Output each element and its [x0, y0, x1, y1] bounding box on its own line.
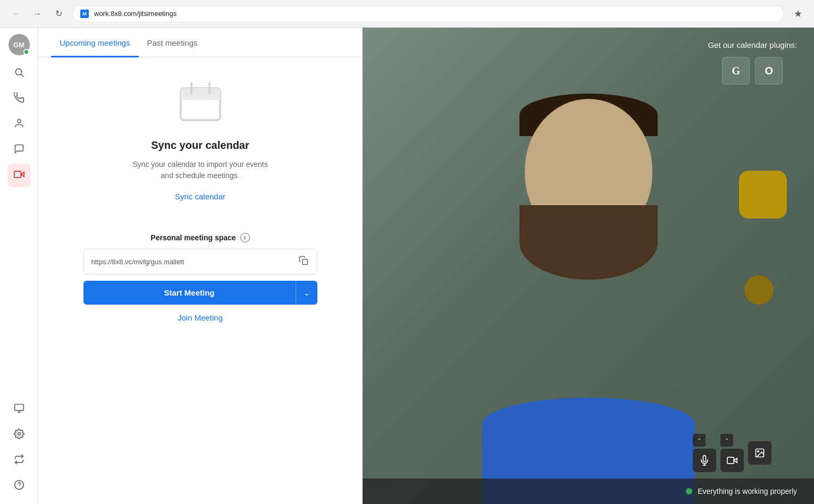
sidebar-item-settings[interactable]: [7, 423, 31, 447]
url-text: work.8x8.com/jitsimeetings: [94, 10, 177, 18]
office-icon: O: [765, 65, 773, 77]
start-meeting-button[interactable]: Start Meeting: [83, 281, 296, 305]
join-meeting-link[interactable]: Join Meeting: [83, 313, 317, 322]
svg-point-0: [15, 69, 22, 75]
status-bar: Everything is working properly: [363, 478, 814, 504]
sidebar: GM: [0, 28, 38, 504]
svg-line-1: [21, 74, 23, 77]
calendar-plugins-section: Get our calendar plugins: G O: [708, 40, 797, 85]
tabs-bar: Upcoming meetings Past meetings: [38, 28, 362, 57]
app-container: GM: [0, 28, 814, 504]
video-panel: Get our calendar plugins: G O ⌃ ⌃: [363, 28, 814, 504]
presence-badge: [23, 49, 29, 55]
background-button[interactable]: [748, 441, 771, 465]
deco-shape-1: [739, 171, 787, 219]
sidebar-item-swap[interactable]: [7, 449, 31, 472]
personal-space-label: Personal meeting space: [150, 233, 236, 242]
copy-url-button[interactable]: [298, 255, 309, 268]
person-beard: [519, 205, 658, 280]
avatar[interactable]: GM: [9, 34, 30, 55]
video-background: [363, 28, 814, 504]
avatar-initials: GM: [13, 41, 24, 49]
meeting-url-text: https://8x8.vc/mvfg/gus.mallett: [91, 258, 298, 266]
status-indicator: [686, 488, 692, 494]
phone-icon: [14, 93, 24, 106]
svg-point-2: [17, 119, 21, 123]
svg-point-8: [18, 432, 20, 435]
sidebar-item-phone[interactable]: [7, 87, 31, 111]
svg-point-22: [758, 451, 759, 452]
mic-expand-button[interactable]: ⌃: [693, 434, 706, 447]
video-controls: ⌃ ⌃: [693, 434, 771, 472]
sidebar-item-video[interactable]: [7, 164, 31, 187]
contacts-icon: [14, 118, 24, 131]
svg-rect-16: [302, 259, 307, 265]
settings-icon: [14, 429, 24, 442]
sidebar-item-desktop[interactable]: [7, 398, 31, 421]
personal-space-header: Personal meeting space i: [83, 233, 317, 242]
tab-upcoming[interactable]: Upcoming meetings: [51, 28, 139, 57]
google-plugin-button[interactable]: G: [722, 57, 750, 85]
sidebar-item-help[interactable]: [7, 474, 31, 498]
svg-rect-20: [727, 457, 734, 464]
tab-past[interactable]: Past meetings: [139, 28, 206, 57]
sidebar-item-contacts[interactable]: [7, 113, 31, 136]
svg-rect-5: [14, 404, 23, 410]
google-icon: G: [732, 65, 740, 77]
browser-bar: ← → ↻ M work.8x8.com/jitsimeetings ★: [0, 0, 814, 28]
video-icon: [14, 169, 24, 182]
main-panel: Upcoming meetings Past meetings Sync you…: [38, 28, 363, 504]
help-icon: [14, 480, 24, 493]
address-bar[interactable]: M work.8x8.com/jitsimeetings: [72, 5, 784, 22]
svg-marker-3: [21, 172, 24, 176]
reload-button[interactable]: ↻: [51, 6, 66, 21]
swap-icon: [14, 454, 24, 467]
desktop-icon: [14, 403, 24, 416]
back-button[interactable]: ←: [9, 6, 23, 21]
svg-rect-4: [14, 171, 20, 178]
meeting-url-field: https://8x8.vc/mvfg/gus.mallett: [83, 249, 317, 274]
camera-expand-button[interactable]: ⌃: [720, 434, 733, 447]
deco-shape-2: [744, 275, 774, 305]
camera-button[interactable]: [720, 449, 744, 472]
tab-content-upcoming: Sync your calendar Sync your calendar to…: [38, 57, 362, 504]
plugins-row: G O: [722, 57, 783, 85]
personal-meeting-space: Personal meeting space i https://8x8.vc/…: [83, 233, 317, 322]
status-text: Everything is working properly: [698, 487, 797, 495]
bookmark-button[interactable]: ★: [791, 6, 805, 21]
office-plugin-button[interactable]: O: [755, 57, 783, 85]
sidebar-item-search[interactable]: [7, 62, 31, 85]
sidebar-item-chat[interactable]: [7, 138, 31, 162]
search-icon: [14, 67, 24, 80]
person-head: [514, 99, 663, 280]
svg-marker-19: [734, 458, 737, 463]
start-meeting-dropdown[interactable]: ⌄: [296, 281, 317, 305]
svg-rect-13: [181, 95, 220, 100]
plugins-label: Get our calendar plugins:: [708, 40, 797, 49]
chat-icon: [14, 144, 24, 157]
sync-calendar-link[interactable]: Sync calendar: [175, 192, 225, 201]
mic-button[interactable]: [693, 449, 716, 472]
start-meeting-row: Start Meeting ⌄: [83, 281, 317, 305]
sync-description: Sync your calendar to import your events…: [126, 159, 275, 181]
sync-title: Sync your calendar: [151, 139, 249, 152]
site-favicon: M: [80, 10, 89, 18]
forward-button[interactable]: →: [30, 6, 45, 21]
info-icon[interactable]: i: [240, 233, 250, 242]
calendar-illustration: [177, 79, 224, 129]
